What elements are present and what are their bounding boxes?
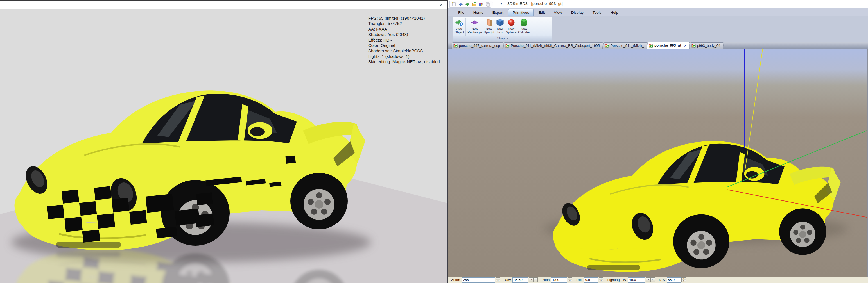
pitch-input[interactable] — [551, 277, 567, 283]
new-box-icon — [496, 18, 504, 27]
menu-help[interactable]: Help — [606, 9, 622, 16]
menu-export[interactable]: Export — [488, 9, 508, 16]
menu-file[interactable]: File — [454, 9, 469, 16]
spin-up-icon[interactable]: ▲ — [496, 277, 500, 280]
roll-label: Roll — [576, 278, 582, 282]
showroom-viewport[interactable]: FPS: 65 (limited) (1904×1041)Triangles: … — [0, 9, 447, 283]
new-cylinder-button[interactable]: New Cylinder — [517, 18, 531, 36]
n-s-field: N-S▲▼ — [659, 277, 686, 283]
document-icon — [454, 43, 458, 48]
document-icon — [691, 43, 696, 48]
3d-viewport[interactable] — [448, 48, 868, 277]
roll-input[interactable] — [584, 277, 598, 283]
arrow-right-icon[interactable]: ▸ — [533, 277, 538, 282]
spin-up-icon[interactable]: ▲ — [567, 277, 572, 280]
stat-line: Shadows: Yes (2048) — [368, 32, 440, 37]
close-icon[interactable]: × — [437, 2, 444, 9]
tab-porsche_911_(mk4)_(993)_carrera_rs_clubsport_1995[interactable]: Porsche_911_(Mk4)_(993)_Carrera_RS_Clubs… — [503, 42, 603, 48]
tab-p993_body_04[interactable]: p993_body_04 — [689, 42, 724, 48]
new-box-button[interactable]: New Box — [495, 18, 505, 36]
zoom-input[interactable] — [462, 277, 495, 283]
spin-down-icon[interactable]: ▼ — [496, 280, 500, 282]
lighting-ew-field: Lighting EW◂▸ — [608, 277, 655, 283]
shapes-group: Add ObjectNew RectangleNew UprightNew Bo… — [453, 17, 552, 41]
spin-down-icon[interactable]: ▼ — [681, 280, 686, 282]
stat-line: Lights: 1 (shadows: 1) — [368, 54, 440, 59]
tab-label: porsche_993_gt — [654, 43, 681, 47]
add-object-button[interactable]: Add Object — [454, 18, 466, 36]
menu-display[interactable]: Display — [567, 9, 588, 16]
zoom-label: Zoom — [451, 278, 460, 282]
tab-label: p993_body_04 — [697, 44, 720, 48]
car-model-render — [448, 49, 868, 277]
menu-edit[interactable]: Edit — [534, 9, 549, 16]
paste-icon[interactable] — [485, 1, 491, 7]
new-rectangle-icon — [470, 18, 479, 27]
menu-home[interactable]: Home — [469, 9, 488, 16]
tab-porsche_911_(mk4)_[interactable]: Porsche_911_(Mk4)_ — [603, 42, 647, 48]
qat-overflow-icon[interactable]: ▾ — [501, 2, 502, 6]
arrow-left-icon[interactable]: ◂ — [529, 277, 533, 282]
shapes-group-caption: Shapes — [453, 36, 552, 41]
new-upright-button[interactable]: New Upright — [483, 18, 495, 36]
ribbon-button-label: New Sphere — [506, 27, 516, 34]
stat-line: FPS: 65 (limited) (1904×1041) — [368, 15, 440, 21]
forward-icon[interactable] — [464, 1, 470, 7]
ribbon-button-label: New Rectangle — [467, 27, 482, 34]
menu-primitives[interactable]: Primitives — [508, 9, 534, 16]
n-s-input[interactable] — [667, 277, 681, 283]
window-titlebar: ▾ 3DSimED3 - [porsche_993_gt] — [448, 0, 868, 8]
spin-up-icon[interactable]: ▲ — [599, 277, 603, 280]
showroom-pane: × — [0, 0, 447, 283]
arrow-left-icon[interactable]: ◂ — [646, 277, 650, 282]
spin-down-icon[interactable]: ▼ — [599, 280, 603, 282]
document-icon — [604, 43, 609, 48]
stat-line: Effects: HDR — [368, 37, 440, 43]
new-rectangle-button[interactable]: New Rectangle — [467, 18, 483, 36]
menu-view[interactable]: View — [550, 9, 566, 16]
yaw-field: Yaw◂▸ — [504, 277, 538, 283]
roll-spinner: ▲▼ — [599, 277, 603, 282]
ribbon-button-label: New Cylinder — [518, 27, 530, 34]
new-sphere-button[interactable]: New Sphere — [505, 18, 517, 36]
lighting-ew-label: Lighting EW — [608, 278, 626, 282]
new-cylinder-icon — [520, 18, 528, 27]
render-stats-overlay: FPS: 65 (limited) (1904×1041)Triangles: … — [368, 15, 440, 65]
tab-porsche_993_gt[interactable]: porsche_993_gt× — [647, 42, 690, 48]
ribbon: Add ObjectNew RectangleNew UprightNew Bo… — [448, 16, 868, 42]
lighting-ew-input[interactable] — [628, 277, 645, 283]
ribbon-button-label: New Upright — [484, 27, 494, 34]
new-file-icon[interactable] — [451, 1, 457, 7]
stat-line: Triangles: 574752 — [368, 21, 440, 26]
tab-label: Porsche_911_(Mk4)_(993)_Carrera_RS_Clubs… — [511, 44, 600, 48]
zoom-spinner: ▲▼ — [496, 277, 500, 282]
quick-access-toolbar — [450, 1, 493, 8]
stat-line: Skin editing: Magick.NET av., disabled — [368, 59, 440, 64]
yaw-input[interactable] — [513, 277, 528, 283]
open-folder-icon[interactable] — [471, 1, 477, 7]
pitch-spinner: ▲▼ — [567, 277, 572, 282]
window-title: 3DSimED3 - [porsche_993_gt] — [507, 1, 563, 6]
yaw-label: Yaw — [504, 278, 511, 282]
document-tabs: porsche_997_carrera_cupPorsche_911_(Mk4)… — [448, 42, 868, 48]
spin-down-icon[interactable]: ▼ — [567, 280, 572, 282]
texture-editor-icon[interactable] — [478, 1, 484, 7]
menu-tools[interactable]: Tools — [588, 9, 606, 16]
stat-line: AA: FXAA — [368, 26, 440, 32]
document-icon — [505, 43, 509, 48]
lighting-ew-arrows: ◂▸ — [646, 277, 655, 282]
tab-porsche_997_carrera_cup[interactable]: porsche_997_carrera_cup — [452, 42, 503, 48]
viewport-statusbar: Zoom▲▼Yaw◂▸Pitch▲▼Roll▲▼Lighting EW◂▸N-S… — [448, 277, 868, 283]
showroom-titlebar: × — [0, 1, 447, 9]
document-icon — [649, 43, 653, 48]
new-upright-icon — [485, 18, 493, 27]
stat-line: Shaders set: SimpleNoPCSS — [368, 48, 440, 54]
add-object-icon — [455, 18, 464, 27]
n-s-label: N-S — [659, 278, 665, 282]
pitch-field: Pitch▲▼ — [541, 277, 572, 283]
back-icon[interactable] — [458, 1, 464, 7]
spin-up-icon[interactable]: ▲ — [681, 277, 686, 280]
menu-bar: FileHomeExportPrimitivesEditViewDisplayT… — [448, 8, 868, 16]
close-tab-icon[interactable]: × — [684, 43, 686, 48]
arrow-right-icon[interactable]: ▸ — [650, 277, 655, 282]
